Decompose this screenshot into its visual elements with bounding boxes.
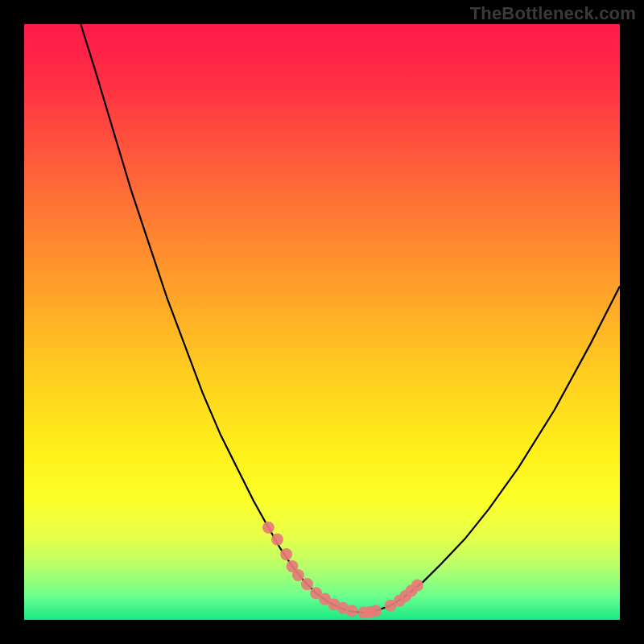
- marker-point: [346, 605, 358, 617]
- marker-point: [271, 534, 283, 546]
- bottleneck-curve: [80, 24, 620, 613]
- plot-area: [24, 24, 620, 620]
- chart-frame: TheBottleneck.com: [0, 0, 644, 644]
- marker-point: [301, 578, 313, 590]
- marker-group: [262, 522, 423, 619]
- marker-point: [369, 605, 382, 617]
- marker-point: [411, 580, 423, 592]
- marker-point: [262, 522, 275, 534]
- watermark-label: TheBottleneck.com: [470, 3, 636, 24]
- curve-svg: [24, 24, 620, 620]
- marker-point: [280, 548, 292, 560]
- marker-point: [292, 569, 304, 581]
